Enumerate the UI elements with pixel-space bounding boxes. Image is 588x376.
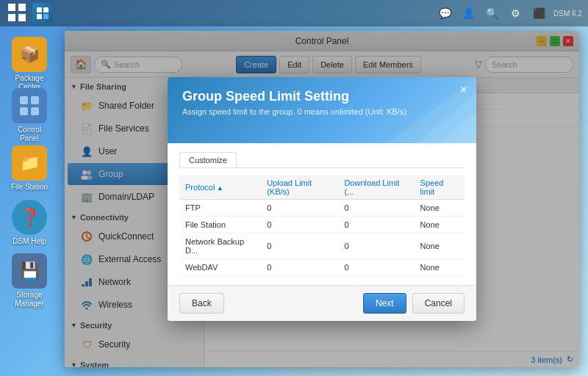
- protocol-table: Protocol Upload Limit (KB/s) Download Li…: [179, 176, 465, 276]
- settings-icon[interactable]: ⚙: [506, 4, 524, 22]
- wizard-tab-bar: Customize: [179, 152, 465, 168]
- app-grid-icon: [8, 4, 27, 23]
- row-ftp-upload: 0: [261, 200, 338, 217]
- svg-marker-19: [440, 114, 476, 143]
- desktop-icon-file-station[interactable]: 📁 File Station: [6, 145, 53, 192]
- widgets-icon[interactable]: ⬛: [530, 4, 548, 22]
- dsm-help-label: DSM Help: [12, 237, 46, 246]
- proto-col-speed: Speed limit: [415, 176, 465, 200]
- wizard-body: Customize Protocol Upload Limit (KB/s) D…: [168, 143, 476, 285]
- user-icon[interactable]: 👤: [459, 4, 477, 22]
- protocol-table-header: Protocol Upload Limit (KB/s) Download Li…: [179, 176, 465, 200]
- row-nb-download: 0: [338, 234, 414, 259]
- svg-rect-2: [37, 14, 42, 19]
- svg-rect-4: [20, 96, 28, 104]
- row-fs-upload: 0: [261, 217, 338, 234]
- wizard-close-button[interactable]: ✕: [457, 83, 470, 96]
- dsm-help-icon: ❓: [12, 200, 47, 235]
- next-button[interactable]: Next: [363, 293, 406, 314]
- taskbar: 💬 👤 🔍 ⚙ ⬛ DSM 6.2: [0, 0, 588, 26]
- taskbar-right: 💬 👤 🔍 ⚙ ⬛ DSM 6.2: [436, 4, 582, 22]
- table-row: WebDAV 0 0 None: [179, 259, 465, 276]
- svg-rect-7: [31, 107, 39, 115]
- row-ftp-protocol: FTP: [179, 200, 261, 217]
- proto-col-upload: Upload Limit (KB/s): [261, 176, 338, 200]
- desktop-icon-dsm-help[interactable]: ❓ DSM Help: [6, 200, 53, 246]
- file-station-label: File Station: [11, 183, 48, 192]
- row-ftp-speed: None: [415, 200, 465, 217]
- row-webdav-download: 0: [338, 259, 414, 276]
- protocol-table-body: FTP 0 0 None File Station 0 0 None N: [179, 200, 465, 276]
- wizard-footer: Back Next Cancel: [168, 285, 476, 321]
- svg-rect-0: [37, 7, 42, 12]
- search-icon[interactable]: 🔍: [483, 4, 501, 22]
- table-row: Network Backup D... 0 0 None: [179, 234, 465, 259]
- storage-manager-icon: 💾: [12, 253, 47, 289]
- row-fs-speed: None: [415, 217, 465, 234]
- wizard-tab-customize[interactable]: Customize: [179, 152, 237, 167]
- row-webdav-speed: None: [415, 259, 465, 276]
- proto-col-protocol: Protocol: [179, 176, 261, 200]
- wizard-header: ✕ Group Speed Limit Setting Assign speed…: [168, 77, 476, 143]
- row-nb-upload: 0: [261, 234, 338, 259]
- desktop-icon-package-center[interactable]: 📦 PackageCenter: [6, 37, 53, 92]
- desktop-icon-control-panel[interactable]: ControlPanel: [6, 88, 53, 143]
- svg-rect-3: [43, 14, 49, 19]
- row-fs-download: 0: [338, 217, 414, 234]
- file-station-icon: 📁: [12, 145, 47, 181]
- wizard-step-subtitle: Assign speed limit to the group. 0 means…: [182, 107, 462, 116]
- chat-icon[interactable]: 💬: [436, 4, 453, 22]
- control-panel-label: ControlPanel: [18, 126, 41, 143]
- table-row: FTP 0 0 None: [179, 200, 465, 217]
- storage-manager-label: StorageManager: [15, 291, 43, 308]
- svg-rect-5: [31, 96, 39, 104]
- wizard-step-title: Group Speed Limit Setting: [182, 89, 462, 104]
- dsm-logo-icon: [35, 6, 50, 21]
- row-nb-speed: None: [415, 234, 465, 259]
- modal-overlay: ✕ Group Speed Limit Setting Assign speed…: [65, 31, 579, 367]
- row-webdav-protocol: WebDAV: [179, 259, 261, 276]
- svg-rect-1: [43, 7, 49, 12]
- table-row: File Station 0 0 None: [179, 217, 465, 234]
- row-webdav-upload: 0: [261, 259, 338, 276]
- control-panel-window: Control Panel ─ □ ✕ 🏠 🔍 Search Create Ed…: [65, 31, 579, 367]
- package-center-icon: 📦: [12, 37, 47, 72]
- cancel-button[interactable]: Cancel: [412, 293, 465, 314]
- control-panel-icon: [12, 88, 47, 123]
- wizard-modal: ✕ Group Speed Limit Setting Assign speed…: [168, 77, 476, 321]
- dsm-logo[interactable]: [32, 3, 53, 24]
- svg-rect-6: [20, 107, 28, 115]
- row-fs-protocol: File Station: [179, 217, 261, 234]
- dsm-version: DSM 6.2: [553, 10, 582, 18]
- desktop-icon-storage-manager[interactable]: 💾 StorageManager: [6, 253, 53, 308]
- proto-col-download: Download Limit (...: [338, 176, 414, 200]
- app-grid-button[interactable]: [6, 1, 29, 25]
- row-ftp-download: 0: [338, 200, 414, 217]
- row-nb-protocol: Network Backup D...: [179, 234, 261, 259]
- back-button[interactable]: Back: [179, 293, 224, 314]
